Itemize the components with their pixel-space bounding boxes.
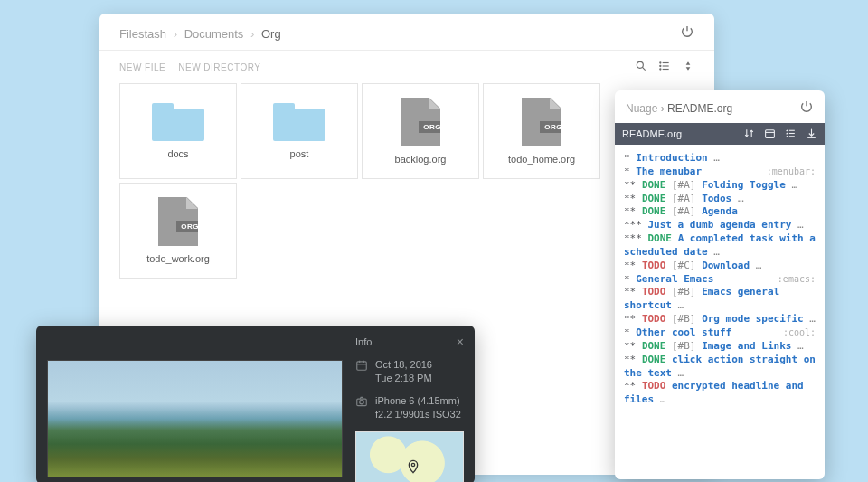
svg-point-6 (660, 65, 661, 66)
svg-point-0 (637, 61, 643, 68)
breadcrumb-item-current: README.org (667, 102, 732, 115)
folder-tile[interactable]: post (241, 83, 358, 179)
tile-label: todo_home.org (508, 154, 575, 165)
org-line[interactable]: *** Just a dumb agenda entry … (624, 219, 816, 232)
org-line[interactable]: ** DONE [#B] Image and Links … (624, 340, 816, 354)
chevron-right-icon: › (170, 27, 181, 41)
list-view-icon[interactable] (658, 60, 671, 74)
power-icon[interactable] (680, 24, 694, 43)
folder-tile[interactable]: docs (119, 83, 237, 179)
breadcrumb: Nuage › README.org (626, 102, 732, 115)
svg-rect-15 (766, 129, 775, 137)
org-editor-topbar: Nuage › README.org (615, 90, 825, 123)
org-editor-body[interactable]: * Introduction …* The menubar:menubar:**… (615, 145, 825, 416)
file-tile[interactable]: ORG todo_work.org (119, 183, 237, 279)
sort-icon[interactable] (743, 128, 755, 141)
photo-date: Oct 18, 2016 (375, 358, 432, 372)
chevron-right-icon: › (247, 27, 258, 41)
file-tile[interactable]: ORG backlog.org (362, 83, 479, 179)
new-file-button[interactable]: NEW FILE (119, 62, 165, 72)
breadcrumb: Filestash › Documents › Org (119, 27, 281, 41)
svg-line-1 (642, 67, 645, 70)
org-line[interactable]: ** TODO encrypted headline and files … (624, 380, 816, 407)
breadcrumb-item[interactable]: Documents (184, 27, 244, 41)
breadcrumb-item[interactable]: Filestash (119, 27, 166, 41)
svg-point-13 (360, 400, 364, 404)
org-line[interactable]: ** DONE [#A] Agenda (624, 205, 816, 219)
camera-icon (355, 394, 368, 421)
org-file-icon: ORG (522, 98, 561, 146)
search-icon[interactable] (635, 60, 647, 74)
photo-info-panel: Info × Oct 18, 2016 Tue 2:18 PM iPhone 6… (36, 326, 475, 482)
calendar-icon[interactable] (764, 128, 776, 141)
org-file-icon: ORG (158, 197, 198, 246)
org-editor-window: Nuage › README.org README.org * Introduc… (615, 90, 825, 479)
info-title: Info (355, 336, 372, 347)
breadcrumb-item-current: Org (261, 27, 281, 41)
checklist-icon[interactable] (785, 128, 797, 141)
file-browser-topbar: Filestash › Documents › Org (99, 14, 714, 51)
sort-icon[interactable] (682, 60, 694, 74)
org-line[interactable]: ** DONE click action straight on the tex… (624, 354, 816, 381)
folder-icon (152, 103, 204, 141)
download-icon[interactable] (806, 128, 817, 141)
map-pin-icon (406, 458, 420, 477)
svg-point-7 (660, 69, 661, 70)
tile-label: todo_work.org (146, 253, 210, 264)
svg-rect-8 (357, 362, 367, 370)
photo-time: Tue 2:18 PM (375, 372, 432, 385)
photo-camera-model: iPhone 6 (4.15mm) (375, 394, 461, 408)
photo-preview[interactable] (47, 360, 343, 477)
svg-point-14 (411, 464, 414, 467)
location-map[interactable] (355, 431, 464, 482)
tile-label: post (290, 148, 309, 159)
org-editor-header: README.org (615, 123, 825, 145)
photo-camera-settings: f2.2 1/9901s ISO32 (375, 408, 461, 421)
photo-info-sidebar: Info × Oct 18, 2016 Tue 2:18 PM iPhone 6… (343, 326, 475, 482)
new-directory-button[interactable]: NEW DIRECTORY (178, 62, 260, 72)
calendar-icon (355, 358, 368, 385)
svg-point-5 (660, 62, 661, 63)
org-line[interactable]: *** DONE A completed task with a schedul… (624, 232, 816, 260)
file-browser-toolbar: NEW FILE NEW DIRECTORY (99, 51, 714, 80)
org-line[interactable]: ** DONE [#A] Todos … (624, 193, 816, 206)
org-line[interactable]: * General Emacs:emacs: (624, 273, 816, 287)
breadcrumb-item[interactable]: Nuage (626, 102, 657, 115)
close-icon[interactable]: × (457, 335, 464, 349)
file-tile[interactable]: ORG todo_home.org (483, 83, 600, 179)
tile-label: docs (167, 148, 188, 159)
power-icon[interactable] (799, 99, 814, 118)
org-filename: README.org (622, 128, 682, 139)
org-line[interactable]: * Introduction … (624, 152, 816, 165)
folder-icon (273, 103, 326, 141)
tile-label: backlog.org (395, 154, 447, 165)
org-line[interactable]: * The menubar:menubar: (624, 165, 816, 179)
org-line[interactable]: * Other cool stuff:cool: (624, 326, 816, 340)
org-line[interactable]: ** DONE [#A] Folding Toggle … (624, 179, 816, 193)
org-line[interactable]: ** TODO [#C] Download … (624, 260, 816, 273)
org-line[interactable]: ** TODO [#B] Org mode specific … (624, 313, 816, 326)
chevron-right-icon: › (661, 102, 667, 115)
org-file-icon: ORG (401, 98, 440, 146)
org-line[interactable]: ** TODO [#B] Emacs general shortcut … (624, 286, 816, 313)
